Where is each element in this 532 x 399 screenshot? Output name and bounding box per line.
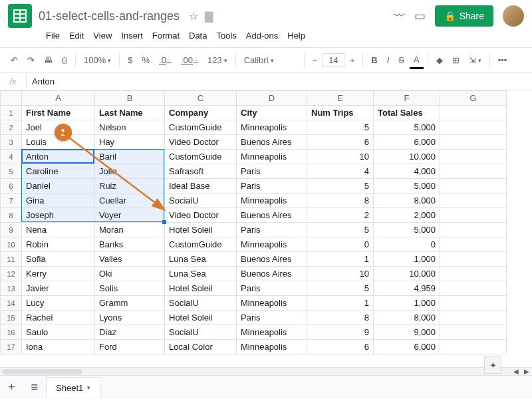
menu-tools[interactable]: Tools [213,29,239,42]
activity-icon[interactable]: 〰 [393,9,405,23]
menu-view[interactable]: View [90,29,115,42]
menu-file[interactable]: File [43,29,63,42]
cell[interactable]: 6,000 [374,340,440,354]
cell[interactable]: Diaz [95,325,165,340]
currency-button[interactable]: $ [124,53,136,68]
menu-help[interactable]: Help [284,29,309,42]
redo-icon[interactable]: ↷ [23,53,39,68]
print-icon[interactable]: 🖶 [40,53,57,68]
cell[interactable]: 6,000 [374,135,440,150]
comments-icon[interactable]: ▭ [414,9,426,23]
row-header[interactable]: 8 [1,208,22,223]
row-header[interactable]: 17 [1,340,22,354]
row-header[interactable]: 11 [1,252,22,267]
cell[interactable]: 5,000 [374,179,440,194]
cell[interactable]: 2,000 [374,208,440,223]
cell[interactable]: Paris [237,223,307,237]
row-header[interactable]: 10 [1,237,22,252]
row-header[interactable]: 6 [1,179,22,194]
cell[interactable]: Banks [95,237,165,252]
cell[interactable]: Video Doctor [165,208,237,223]
font-dropdown[interactable]: Calibri [240,53,300,68]
cell[interactable]: CustomGuide [165,150,237,164]
paint-format-icon[interactable]: ⎙ [58,53,71,68]
cell[interactable]: 0 [307,237,374,252]
row-header[interactable]: 13 [1,281,22,296]
borders-icon[interactable]: ⊞ [448,53,464,68]
col-header-C[interactable]: C [165,91,237,106]
document-title[interactable]: 01-select-cells-and-ranges [39,9,180,23]
cell[interactable]: Ideal Base [165,179,237,194]
cell[interactable]: Gramm [95,296,165,311]
cell[interactable]: 8,000 [374,194,440,208]
cell[interactable]: Minneapolis [237,194,307,208]
cell[interactable]: Nelson [95,120,165,135]
star-icon[interactable]: ☆ [189,10,198,23]
cell[interactable]: 2 [307,208,374,223]
col-header-A[interactable]: A [22,91,95,106]
number-format-dropdown[interactable]: 123 [203,53,231,68]
cell[interactable]: Safrasoft [165,164,237,179]
header-cell[interactable]: Num Trips [307,106,374,120]
cell[interactable]: 9 [307,325,374,340]
add-sheet-button[interactable]: + [0,380,23,394]
col-header-F[interactable]: F [374,91,440,106]
cell[interactable]: 4,000 [374,164,440,179]
cell[interactable]: 5 [307,223,374,237]
cell[interactable]: Javier [22,281,95,296]
cell[interactable]: 8,000 [374,311,440,325]
cell[interactable]: Oki [95,267,165,281]
header-cell[interactable]: City [237,106,307,120]
cell[interactable]: 6 [307,340,374,354]
cell[interactable]: 10 [307,267,374,281]
zoom-dropdown[interactable]: 100% [80,53,115,68]
merge-icon[interactable]: ⇲ [465,53,485,68]
cell[interactable]: Jolie [95,164,165,179]
row-header[interactable]: 1 [1,106,22,120]
menu-data[interactable]: Data [186,29,210,42]
cell[interactable]: 9,000 [374,325,440,340]
cell[interactable]: Paris [237,179,307,194]
cell[interactable]: 1,000 [374,296,440,311]
cell[interactable]: Ruiz [95,179,165,194]
cell[interactable]: Lucy [22,296,95,311]
row-header[interactable]: 3 [1,135,22,150]
cell[interactable]: SocialU [165,325,237,340]
cell[interactable]: Saulo [22,325,95,340]
cell[interactable]: Paris [237,281,307,296]
row-header[interactable]: 4 [1,150,22,164]
cell[interactable]: Buenos Aires [237,135,307,150]
cell[interactable]: Baril [95,150,165,164]
cell[interactable]: Buenos Aires [237,252,307,267]
row-header[interactable]: 14 [1,296,22,311]
cell[interactable]: Ford [95,340,165,354]
folder-icon[interactable]: ▇ [205,10,213,23]
cell[interactable]: Paris [237,311,307,325]
col-header-B[interactable]: B [95,91,165,106]
cell[interactable]: 8 [307,194,374,208]
row-header[interactable]: 9 [1,223,22,237]
increase-decimal-button[interactable]: .00→ [177,53,202,68]
col-header-E[interactable]: E [307,91,374,106]
cell[interactable]: Voyer [95,208,165,223]
cell[interactable]: 5 [307,120,374,135]
all-sheets-button[interactable]: ≡ [23,380,47,394]
menu-format[interactable]: Format [149,29,183,42]
horizontal-scrollbar[interactable]: ◀▶ [0,367,532,375]
cell[interactable]: 10,000 [374,267,440,281]
cell[interactable]: CustomGuide [165,237,237,252]
cell[interactable]: Joseph [22,208,95,223]
formula-bar[interactable]: Anton [27,74,60,89]
cell[interactable]: Daniel [22,179,95,194]
menu-edit[interactable]: Edit [66,29,87,42]
percent-button[interactable]: % [138,53,154,68]
cell[interactable]: Minneapolis [237,325,307,340]
cell[interactable]: Minneapolis [237,237,307,252]
cell[interactable]: 1 [307,296,374,311]
cell[interactable]: Hotel Soleil [165,311,237,325]
cell[interactable]: Hay [95,135,165,150]
spreadsheet-grid[interactable]: ABCDEFG1First NameLast NameCompanyCityNu… [0,90,532,354]
more-button[interactable]: ••• [494,53,511,68]
cell[interactable]: Hotel Soleil [165,223,237,237]
cell[interactable]: Kerry [22,267,95,281]
